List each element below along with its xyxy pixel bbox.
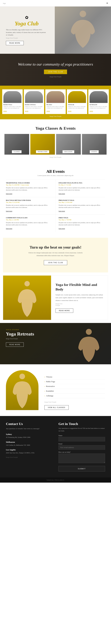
email-input[interactable] [58,445,105,450]
contact-city-sydney: Sydney [6,433,53,436]
retreats-label: YOGA STUDIO [6,329,105,330]
yoga-type-pilates-more[interactable]: MORE [46,110,50,112]
event-link-4[interactable]: learn more [6,228,12,229]
message-label: How can we help? [58,451,105,453]
event-desc-5: Dscpltur sint occaecat cupidatat non pro… [59,222,105,226]
all-events-subtitle: Lorem ipsum dolor sit amet, consectetur … [6,174,105,176]
contact-form-container: Get in Touch Any questions or suggestion… [58,422,105,472]
classes-events-heading: Yoga Classes & Events [5,126,106,131]
yoga-type-pilates-title: PILATES [46,104,65,106]
classes-list-section: ›Vinyasa ›Hatha Yoga ›Restorative ›Kunda… [0,364,111,416]
welcome-image-credit: Image from Freepik [6,76,105,78]
event-date-5: Tue, May 2, 7:00 PM [59,219,105,220]
hero-person-silhouette [68,6,98,54]
hero-image-credit: Image from Freepik [6,37,47,39]
yoga-types-section: HATHA YOGA Sample text. Click to select … [0,86,111,120]
svg-point-0 [80,11,86,17]
event-desc-1: Dscpltur sint occaecat cupidatat non pro… [59,187,105,191]
yoga-type-kundalini-desc: Sample text. Click to select it. Click a… [89,106,107,109]
event-link-3[interactable]: learn more [59,210,65,212]
contact-address-melbourne: 132 Collins St, Melbourne VIC 3000 [6,444,53,446]
flex-mind-person-silhouette [15,278,39,320]
hero-content: ✿ Yoga Club This eco-friendly yoga studi… [0,11,53,50]
yoga-type-hatha-more[interactable]: MORE [4,110,7,112]
yoga-type-hatha: HATHA YOGA Sample text. Click to select … [2,89,23,114]
name-input[interactable] [58,437,105,442]
retreats-read-more-button[interactable]: READ MORE [6,342,24,347]
class-card-classes[interactable]: CLASSES [5,134,29,154]
classes-list-photo [6,370,39,410]
email-label: Email [58,443,105,445]
event-item-5: FREE YOGA Tue, May 2, 7:00 PM Dscpltur s… [56,214,105,232]
yoga-type-kundalini-more[interactable]: MORE [89,110,93,112]
yoga-type-vinyasa-more[interactable]: MORE [25,110,28,112]
welcome-heading: Welcome to our community of yoga practit… [17,62,94,67]
message-field-container: How can we help? [58,451,105,464]
contact-form-heading: Get in Touch [58,422,105,426]
events-grid: TRADITIONAL YOGA COURSE Tue, May 13, 4:0… [6,180,105,232]
cta-join-button[interactable]: JOIN THE CLUB [44,260,67,265]
contact-form-desc: Any questions or suggestions for us? Fil… [58,427,105,432]
event-title-5: FREE YOGA [59,217,105,218]
classes-list-photo-bg [6,370,39,410]
contact-info: Contact Us Any questions or remarks? Jus… [6,422,53,472]
flex-mind-desc: Sample text. Lorem ipsum dolor amet, con… [56,294,103,302]
message-textarea[interactable] [58,454,105,463]
contact-city-la: Los Angeles [6,449,53,451]
event-link-5[interactable]: learn more [59,228,65,229]
flex-mind-read-more-button[interactable]: READ MORE [56,308,73,313]
welcome-join-button[interactable]: JOIN THE CLUB [44,70,67,74]
event-link-0[interactable]: learn more [6,193,12,194]
event-desc-3: Dscpltur sint occaecat cupidatat non pro… [59,204,105,208]
yoga-type-kundalini-img [89,91,107,103]
hero-read-more-button[interactable]: READ MORE [6,41,24,45]
event-item-2: RAJ YOGA MIT RAJ UND IVANA Thu, May 13, … [6,197,56,214]
hero-section: ✿ Yoga Club This eco-friendly yoga studi… [0,6,111,54]
class-card-instructors[interactable]: INSTRUCTORS [30,134,55,154]
event-date-3: Tue, May 3, 10:30 AM [59,202,105,203]
classes-list-content: ›Vinyasa ›Hatha Yoga ›Restorative ›Kunda… [44,370,105,410]
cta-heading: Turn up the heat on your goals! [9,245,102,250]
yoga-type-pilates: PILATES Sample text. Click to select it.… [45,89,66,114]
email-field-container: Email [58,443,105,450]
yoga-type-pilates-img [46,91,65,103]
event-title-1: ENGLISH YOGA-FLOW & TEA [59,182,105,184]
class-list-item-restorative: ›Restorative [44,384,105,389]
yoga-type-vinyasa-desc: Sample text. Click to select it. Click a… [25,106,43,109]
contact-image-credit: Image from Freepik [6,456,53,458]
yoga-type-vinyasa-title: HATHA VINYASA [25,104,43,106]
retreats-credit: Image from Freepik [6,338,105,340]
flex-mind-section: Yoga for Flexible Mind and Body Sample t… [3,276,108,320]
event-link-2[interactable]: learn more [6,210,12,212]
event-desc-0: Dscpltur sint occaecat cupidatat non pro… [6,187,53,191]
class-list-item-ashtanga: ›Ashtanga [44,394,105,398]
contact-desc: Any questions or remarks? Just write us … [6,427,53,430]
all-events-heading: All Events [6,169,105,174]
retreats-content: YOGA STUDIO Yoga Retreats Image from Fre… [0,323,111,353]
class-card-events[interactable]: EVENTS [82,134,107,154]
classes-events-credit: Image from Freepik [5,156,106,158]
yoga-type-iyengar-title: IYENGAR [68,104,86,106]
hamburger-icon[interactable]: ≡ [106,2,108,5]
yoga-type-kundalini-title: KUNDALINI [89,104,107,106]
yoga-type-hatha-title: HATHA YOGA [4,104,22,106]
yoga-type-iyengar-more[interactable]: MORE [68,110,71,112]
event-link-1[interactable]: learn more [59,193,65,194]
flex-mind-heading: Yoga for Flexible Mind and Body [56,282,103,292]
contact-address-la: 2645 San Jose Ave, Tampa CA 90011, USA [6,452,53,454]
yoga-type-iyengar-img [68,91,86,103]
submit-button[interactable]: SUBMIT [58,466,105,472]
class-list-item-kundalini: ›Kundalini [44,389,105,394]
class-card-education[interactable]: EDUCATION [56,134,81,154]
hero-title: Yoga Club [6,20,47,27]
view-all-classes-button[interactable]: VIEW ALL CLASSES [44,405,69,410]
contact-address-sydney: 45 Flemming Rd, Sydney NSW 2000 [6,436,53,438]
contact-city-melbourne: Melbourne [6,441,53,443]
contact-location-sydney: Sydney 45 Flemming Rd, Sydney NSW 2000 [6,433,53,438]
navigation: logo ≡ [0,0,111,6]
footer: Sample text. Click to select it. [0,478,111,482]
classes-events-section: Yoga Classes & Events CLASSES INSTRUCTOR… [0,119,111,165]
event-desc-4: Dscpltur sint occaecat cupidatat non pro… [6,222,53,226]
hero-lotus-icon: ✿ [6,15,47,20]
all-events-section: All Events Lorem ipsum dolor sit amet, c… [0,165,111,236]
